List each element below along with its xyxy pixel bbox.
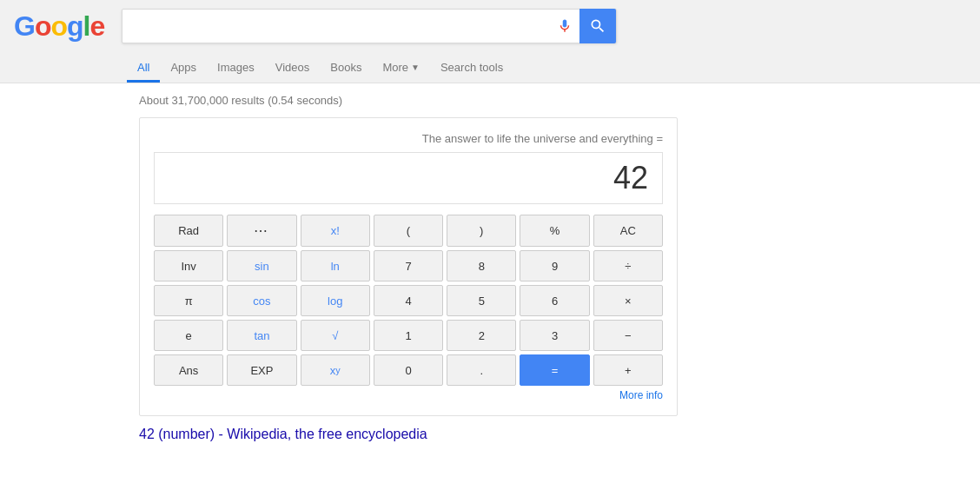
calc-btn-log[interactable]: log xyxy=(301,285,370,316)
nav-tabs: All Apps Images Videos Books More ▼ Sear… xyxy=(14,52,966,83)
calc-btn-percent[interactable]: % xyxy=(520,215,589,247)
calc-btn-close-paren[interactable]: ) xyxy=(447,215,516,247)
calc-btn-ac[interactable]: AC xyxy=(593,215,663,247)
tab-search-tools[interactable]: Search tools xyxy=(430,52,513,83)
calc-btn-rad[interactable]: Rad xyxy=(154,215,223,247)
calc-btn-e[interactable]: e xyxy=(154,320,223,351)
calc-btn-pi[interactable]: π xyxy=(154,285,223,316)
calc-result: 42 xyxy=(613,160,648,196)
calc-btn-6[interactable]: 6 xyxy=(520,285,589,316)
tab-books[interactable]: Books xyxy=(320,52,372,83)
calc-btn-inv[interactable]: Inv xyxy=(154,250,223,281)
calc-btn-7[interactable]: 7 xyxy=(374,250,443,281)
calculator: The answer to life the universe and ever… xyxy=(139,117,678,416)
search-icon xyxy=(589,17,606,35)
calc-btn-0[interactable]: 0 xyxy=(374,354,443,386)
wiki-link[interactable]: 42 (number) - Wikipedia, the free encycl… xyxy=(139,427,427,441)
calc-btn-grid[interactable]: ⋯ xyxy=(227,215,296,247)
google-logo: Google xyxy=(14,10,104,43)
search-bar: the answer to life the universe and ever… xyxy=(122,9,617,43)
calc-btn-2[interactable]: 2 xyxy=(447,320,516,351)
calc-btn-sqrt[interactable]: √ xyxy=(301,320,370,351)
calc-btn-subtract[interactable]: − xyxy=(593,320,663,351)
more-info-link[interactable]: More info xyxy=(154,389,663,401)
calc-btn-equals[interactable]: = xyxy=(520,354,589,386)
calc-btn-cos[interactable]: cos xyxy=(227,285,296,316)
calc-buttons: Rad ⋯ x! ( ) % AC Inv sin ln 7 8 9 ÷ π c… xyxy=(154,215,663,386)
tab-all[interactable]: All xyxy=(127,52,160,83)
calc-btn-sin[interactable]: sin xyxy=(227,250,296,281)
calc-btn-multiply[interactable]: × xyxy=(593,285,663,316)
calc-display: 42 xyxy=(154,152,663,204)
calc-btn-factorial[interactable]: x! xyxy=(301,215,370,247)
search-input[interactable]: the answer to life the universe and ever… xyxy=(122,18,550,34)
calc-btn-divide[interactable]: ÷ xyxy=(593,250,663,281)
calc-btn-exp[interactable]: EXP xyxy=(227,354,296,386)
search-button[interactable] xyxy=(579,9,616,43)
calc-btn-8[interactable]: 8 xyxy=(447,250,516,281)
tab-videos[interactable]: Videos xyxy=(265,52,321,83)
tab-more[interactable]: More ▼ xyxy=(372,52,430,83)
calc-btn-decimal[interactable]: . xyxy=(447,354,516,386)
calc-btn-add[interactable]: + xyxy=(593,354,663,386)
tab-images[interactable]: Images xyxy=(207,52,265,83)
calc-btn-3[interactable]: 3 xyxy=(520,320,589,351)
results-count: About 31,700,000 results (0.54 seconds) xyxy=(0,83,980,117)
calc-btn-open-paren[interactable]: ( xyxy=(374,215,443,247)
calc-btn-1[interactable]: 1 xyxy=(374,320,443,351)
calc-btn-5[interactable]: 5 xyxy=(447,285,516,316)
calc-btn-ans[interactable]: Ans xyxy=(154,354,223,386)
chevron-down-icon: ▼ xyxy=(411,63,420,72)
calc-btn-tan[interactable]: tan xyxy=(227,320,296,351)
tab-apps[interactable]: Apps xyxy=(160,52,207,83)
calc-btn-4[interactable]: 4 xyxy=(374,285,443,316)
calc-btn-9[interactable]: 9 xyxy=(520,250,589,281)
calc-btn-power[interactable]: xy xyxy=(301,354,370,386)
mic-icon xyxy=(557,18,573,34)
calc-btn-ln[interactable]: ln xyxy=(301,250,370,281)
wiki-result: 42 (number) - Wikipedia, the free encycl… xyxy=(139,427,966,442)
mic-button[interactable] xyxy=(550,18,579,34)
calc-label: The answer to life the universe and ever… xyxy=(154,132,663,145)
